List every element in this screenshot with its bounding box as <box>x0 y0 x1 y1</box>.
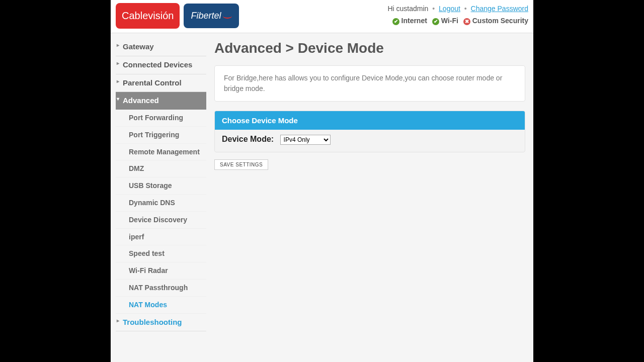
nav-troubleshooting[interactable]: Troubleshooting <box>116 314 206 332</box>
user-row: Hi custadmin • Logout • Change Password <box>387 3 528 14</box>
header-right: Hi custadmin • Logout • Change Password … <box>387 3 528 27</box>
logout-link[interactable]: Logout <box>439 5 460 13</box>
logo-cablevision: Cablevisión <box>116 3 180 29</box>
header: Cablevisión Fibertel Hi custadmin • Logo… <box>111 0 533 33</box>
body-area: Gateway Connected Devices Parental Contr… <box>111 33 533 331</box>
nav-device-discovery[interactable]: Device Discovery <box>116 212 206 229</box>
app-container: Cablevisión Fibertel Hi custadmin • Logo… <box>111 0 533 362</box>
nav-usb-storage[interactable]: USB Storage <box>116 177 206 195</box>
nav-port-forwarding[interactable]: Port Forwarding <box>116 110 206 127</box>
status-wifi: Wi-Fi <box>432 17 458 25</box>
nav-parental-control[interactable]: Parental Control <box>116 74 206 93</box>
status-custom-security: Custom Security <box>463 17 528 25</box>
nav-iperf[interactable]: iperf <box>116 229 206 246</box>
greeting-text: Hi custadmin <box>387 5 428 13</box>
description-box: For Bridge,here has allows you to config… <box>214 65 525 102</box>
nav-remote-management[interactable]: Remote Management <box>116 144 206 161</box>
main-content: Advanced > Device Mode For Bridge,here h… <box>214 38 528 331</box>
device-mode-label: Device Mode: <box>222 135 274 143</box>
nav-dmz[interactable]: DMZ <box>116 160 206 177</box>
nav-speed-test[interactable]: Speed test <box>116 245 206 262</box>
panel-body: Device Mode: IPv4 Only <box>215 130 525 152</box>
logo-fibertel: Fibertel <box>184 4 239 28</box>
logo-fibertel-text: Fibertel <box>191 11 221 21</box>
save-settings-button[interactable]: SAVE SETTINGS <box>214 159 268 170</box>
nav-gateway[interactable]: Gateway <box>116 38 206 56</box>
device-mode-panel: Choose Device Mode Device Mode: IPv4 Onl… <box>214 111 525 152</box>
separator: • <box>464 5 467 13</box>
nav-nat-modes[interactable]: NAT Modes <box>116 297 206 314</box>
swoosh-icon <box>223 14 232 19</box>
status-row: Internet Wi-Fi Custom Security <box>387 15 528 26</box>
nav-port-triggering[interactable]: Port Triggering <box>116 127 206 144</box>
nav-connected-devices[interactable]: Connected Devices <box>116 56 206 74</box>
status-internet: Internet <box>392 17 427 25</box>
logo-area: Cablevisión Fibertel <box>116 3 239 29</box>
page-title: Advanced > Device Mode <box>214 40 525 56</box>
nav-wifi-radar[interactable]: Wi-Fi Radar <box>116 262 206 280</box>
panel-header: Choose Device Mode <box>215 111 525 130</box>
nav-advanced[interactable]: Advanced <box>116 92 206 110</box>
separator: • <box>432 5 435 13</box>
device-mode-select[interactable]: IPv4 Only <box>280 135 331 145</box>
sidebar: Gateway Connected Devices Parental Contr… <box>116 38 206 331</box>
nav-nat-passthrough[interactable]: NAT Passthrough <box>116 280 206 297</box>
change-password-link[interactable]: Change Password <box>471 5 528 13</box>
nav-dynamic-dns[interactable]: Dynamic DNS <box>116 195 206 212</box>
